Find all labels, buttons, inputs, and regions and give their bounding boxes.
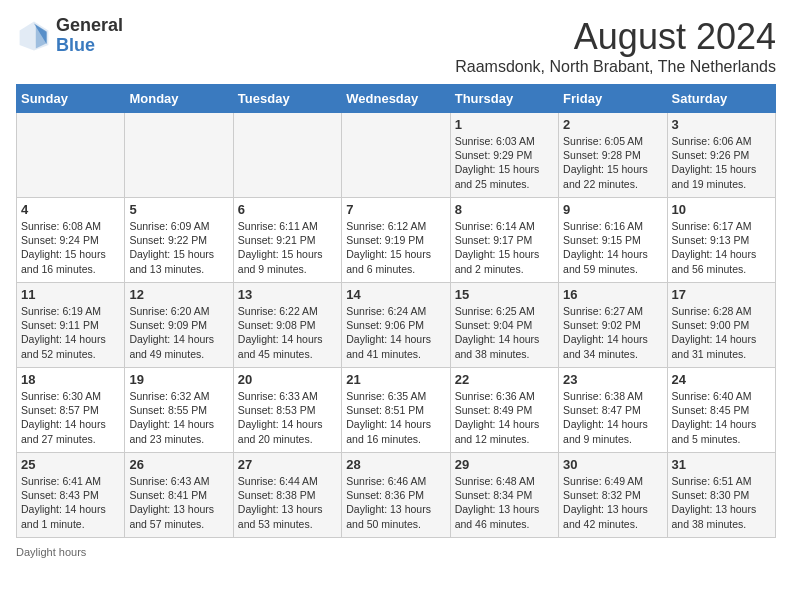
day-info: Sunrise: 6:24 AM Sunset: 9:06 PM Dayligh… [346,304,445,361]
calendar: SundayMondayTuesdayWednesdayThursdayFrid… [16,84,776,538]
day-number: 14 [346,287,445,302]
calendar-header-friday: Friday [559,85,667,113]
day-number: 26 [129,457,228,472]
calendar-cell [125,113,233,198]
calendar-cell: 14Sunrise: 6:24 AM Sunset: 9:06 PM Dayli… [342,283,450,368]
day-info: Sunrise: 6:28 AM Sunset: 9:00 PM Dayligh… [672,304,771,361]
calendar-cell: 17Sunrise: 6:28 AM Sunset: 9:00 PM Dayli… [667,283,775,368]
day-number: 12 [129,287,228,302]
day-info: Sunrise: 6:38 AM Sunset: 8:47 PM Dayligh… [563,389,662,446]
day-info: Sunrise: 6:49 AM Sunset: 8:32 PM Dayligh… [563,474,662,531]
calendar-cell: 11Sunrise: 6:19 AM Sunset: 9:11 PM Dayli… [17,283,125,368]
day-number: 16 [563,287,662,302]
day-info: Sunrise: 6:41 AM Sunset: 8:43 PM Dayligh… [21,474,120,531]
calendar-cell: 6Sunrise: 6:11 AM Sunset: 9:21 PM Daylig… [233,198,341,283]
day-info: Sunrise: 6:08 AM Sunset: 9:24 PM Dayligh… [21,219,120,276]
calendar-cell: 22Sunrise: 6:36 AM Sunset: 8:49 PM Dayli… [450,368,558,453]
calendar-cell: 13Sunrise: 6:22 AM Sunset: 9:08 PM Dayli… [233,283,341,368]
calendar-cell: 12Sunrise: 6:20 AM Sunset: 9:09 PM Dayli… [125,283,233,368]
calendar-cell: 25Sunrise: 6:41 AM Sunset: 8:43 PM Dayli… [17,453,125,538]
footer-text: Daylight hours [16,546,86,558]
logo: General Blue [16,16,123,56]
calendar-header-sunday: Sunday [17,85,125,113]
calendar-cell: 19Sunrise: 6:32 AM Sunset: 8:55 PM Dayli… [125,368,233,453]
logo-general-text: General [56,16,123,36]
calendar-cell: 7Sunrise: 6:12 AM Sunset: 9:19 PM Daylig… [342,198,450,283]
day-info: Sunrise: 6:36 AM Sunset: 8:49 PM Dayligh… [455,389,554,446]
day-number: 28 [346,457,445,472]
day-number: 18 [21,372,120,387]
day-number: 31 [672,457,771,472]
calendar-cell: 27Sunrise: 6:44 AM Sunset: 8:38 PM Dayli… [233,453,341,538]
day-info: Sunrise: 6:05 AM Sunset: 9:28 PM Dayligh… [563,134,662,191]
day-info: Sunrise: 6:14 AM Sunset: 9:17 PM Dayligh… [455,219,554,276]
calendar-cell: 29Sunrise: 6:48 AM Sunset: 8:34 PM Dayli… [450,453,558,538]
calendar-cell: 20Sunrise: 6:33 AM Sunset: 8:53 PM Dayli… [233,368,341,453]
day-number: 22 [455,372,554,387]
calendar-header-tuesday: Tuesday [233,85,341,113]
calendar-week-row: 18Sunrise: 6:30 AM Sunset: 8:57 PM Dayli… [17,368,776,453]
calendar-cell: 3Sunrise: 6:06 AM Sunset: 9:26 PM Daylig… [667,113,775,198]
day-info: Sunrise: 6:30 AM Sunset: 8:57 PM Dayligh… [21,389,120,446]
day-number: 29 [455,457,554,472]
day-number: 1 [455,117,554,132]
calendar-cell: 2Sunrise: 6:05 AM Sunset: 9:28 PM Daylig… [559,113,667,198]
day-number: 7 [346,202,445,217]
calendar-cell [17,113,125,198]
calendar-header-thursday: Thursday [450,85,558,113]
day-info: Sunrise: 6:11 AM Sunset: 9:21 PM Dayligh… [238,219,337,276]
day-info: Sunrise: 6:20 AM Sunset: 9:09 PM Dayligh… [129,304,228,361]
logo-icon [16,18,52,54]
day-info: Sunrise: 6:33 AM Sunset: 8:53 PM Dayligh… [238,389,337,446]
calendar-cell: 16Sunrise: 6:27 AM Sunset: 9:02 PM Dayli… [559,283,667,368]
day-info: Sunrise: 6:44 AM Sunset: 8:38 PM Dayligh… [238,474,337,531]
calendar-header-monday: Monday [125,85,233,113]
logo-text: General Blue [56,16,123,56]
day-number: 8 [455,202,554,217]
day-number: 4 [21,202,120,217]
calendar-cell: 1Sunrise: 6:03 AM Sunset: 9:29 PM Daylig… [450,113,558,198]
subtitle: Raamsdonk, North Brabant, The Netherland… [455,58,776,76]
day-number: 17 [672,287,771,302]
logo-blue-text: Blue [56,36,123,56]
day-info: Sunrise: 6:48 AM Sunset: 8:34 PM Dayligh… [455,474,554,531]
day-number: 27 [238,457,337,472]
day-number: 11 [21,287,120,302]
header: General Blue August 2024 Raamsdonk, Nort… [16,16,776,76]
day-info: Sunrise: 6:09 AM Sunset: 9:22 PM Dayligh… [129,219,228,276]
day-number: 9 [563,202,662,217]
calendar-cell: 24Sunrise: 6:40 AM Sunset: 8:45 PM Dayli… [667,368,775,453]
calendar-cell [233,113,341,198]
day-number: 6 [238,202,337,217]
calendar-cell: 26Sunrise: 6:43 AM Sunset: 8:41 PM Dayli… [125,453,233,538]
day-info: Sunrise: 6:25 AM Sunset: 9:04 PM Dayligh… [455,304,554,361]
day-info: Sunrise: 6:17 AM Sunset: 9:13 PM Dayligh… [672,219,771,276]
day-info: Sunrise: 6:40 AM Sunset: 8:45 PM Dayligh… [672,389,771,446]
calendar-cell: 30Sunrise: 6:49 AM Sunset: 8:32 PM Dayli… [559,453,667,538]
day-info: Sunrise: 6:16 AM Sunset: 9:15 PM Dayligh… [563,219,662,276]
day-number: 30 [563,457,662,472]
day-number: 20 [238,372,337,387]
day-number: 24 [672,372,771,387]
title-section: August 2024 Raamsdonk, North Brabant, Th… [455,16,776,76]
calendar-week-row: 1Sunrise: 6:03 AM Sunset: 9:29 PM Daylig… [17,113,776,198]
calendar-cell: 8Sunrise: 6:14 AM Sunset: 9:17 PM Daylig… [450,198,558,283]
calendar-week-row: 4Sunrise: 6:08 AM Sunset: 9:24 PM Daylig… [17,198,776,283]
day-info: Sunrise: 6:22 AM Sunset: 9:08 PM Dayligh… [238,304,337,361]
day-number: 21 [346,372,445,387]
calendar-cell: 23Sunrise: 6:38 AM Sunset: 8:47 PM Dayli… [559,368,667,453]
calendar-cell: 31Sunrise: 6:51 AM Sunset: 8:30 PM Dayli… [667,453,775,538]
day-number: 19 [129,372,228,387]
day-info: Sunrise: 6:32 AM Sunset: 8:55 PM Dayligh… [129,389,228,446]
calendar-cell: 21Sunrise: 6:35 AM Sunset: 8:51 PM Dayli… [342,368,450,453]
day-info: Sunrise: 6:51 AM Sunset: 8:30 PM Dayligh… [672,474,771,531]
footer: Daylight hours [16,546,776,558]
day-number: 25 [21,457,120,472]
day-number: 23 [563,372,662,387]
main-title: August 2024 [455,16,776,58]
calendar-cell: 5Sunrise: 6:09 AM Sunset: 9:22 PM Daylig… [125,198,233,283]
day-info: Sunrise: 6:35 AM Sunset: 8:51 PM Dayligh… [346,389,445,446]
day-info: Sunrise: 6:46 AM Sunset: 8:36 PM Dayligh… [346,474,445,531]
day-number: 13 [238,287,337,302]
calendar-cell: 4Sunrise: 6:08 AM Sunset: 9:24 PM Daylig… [17,198,125,283]
